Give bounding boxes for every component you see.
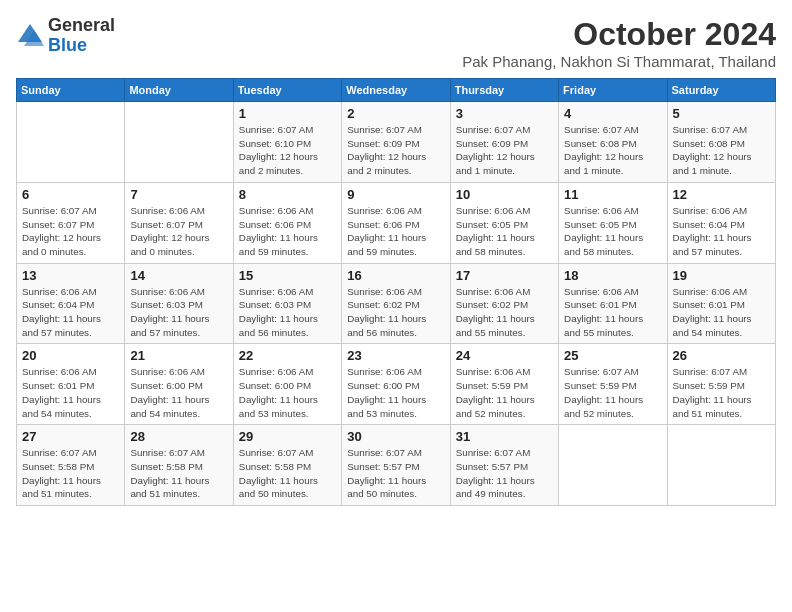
- day-number: 26: [673, 348, 770, 363]
- calendar-cell: [667, 425, 775, 506]
- weekday-header-saturday: Saturday: [667, 79, 775, 102]
- day-number: 3: [456, 106, 553, 121]
- day-detail: Sunrise: 6:07 AM Sunset: 5:57 PM Dayligh…: [456, 446, 553, 501]
- day-number: 5: [673, 106, 770, 121]
- weekday-header-wednesday: Wednesday: [342, 79, 450, 102]
- day-number: 9: [347, 187, 444, 202]
- weekday-header-row: SundayMondayTuesdayWednesdayThursdayFrid…: [17, 79, 776, 102]
- day-number: 16: [347, 268, 444, 283]
- day-number: 17: [456, 268, 553, 283]
- day-number: 12: [673, 187, 770, 202]
- calendar-cell: 26Sunrise: 6:07 AM Sunset: 5:59 PM Dayli…: [667, 344, 775, 425]
- calendar-cell: 4Sunrise: 6:07 AM Sunset: 6:08 PM Daylig…: [559, 102, 667, 183]
- calendar-cell: 11Sunrise: 6:06 AM Sunset: 6:05 PM Dayli…: [559, 182, 667, 263]
- day-detail: Sunrise: 6:06 AM Sunset: 6:03 PM Dayligh…: [239, 285, 336, 340]
- calendar-cell: 27Sunrise: 6:07 AM Sunset: 5:58 PM Dayli…: [17, 425, 125, 506]
- day-detail: Sunrise: 6:06 AM Sunset: 6:00 PM Dayligh…: [130, 365, 227, 420]
- day-number: 22: [239, 348, 336, 363]
- calendar-cell: 16Sunrise: 6:06 AM Sunset: 6:02 PM Dayli…: [342, 263, 450, 344]
- day-number: 21: [130, 348, 227, 363]
- calendar-cell: 6Sunrise: 6:07 AM Sunset: 6:07 PM Daylig…: [17, 182, 125, 263]
- calendar-week-4: 20Sunrise: 6:06 AM Sunset: 6:01 PM Dayli…: [17, 344, 776, 425]
- day-detail: Sunrise: 6:06 AM Sunset: 6:04 PM Dayligh…: [22, 285, 119, 340]
- day-number: 27: [22, 429, 119, 444]
- day-number: 19: [673, 268, 770, 283]
- calendar-cell: 20Sunrise: 6:06 AM Sunset: 6:01 PM Dayli…: [17, 344, 125, 425]
- day-detail: Sunrise: 6:07 AM Sunset: 6:09 PM Dayligh…: [456, 123, 553, 178]
- day-number: 8: [239, 187, 336, 202]
- day-number: 14: [130, 268, 227, 283]
- day-detail: Sunrise: 6:06 AM Sunset: 6:07 PM Dayligh…: [130, 204, 227, 259]
- day-detail: Sunrise: 6:06 AM Sunset: 6:01 PM Dayligh…: [564, 285, 661, 340]
- calendar-cell: 31Sunrise: 6:07 AM Sunset: 5:57 PM Dayli…: [450, 425, 558, 506]
- logo-blue: Blue: [48, 35, 87, 55]
- day-number: 2: [347, 106, 444, 121]
- calendar-week-5: 27Sunrise: 6:07 AM Sunset: 5:58 PM Dayli…: [17, 425, 776, 506]
- calendar-cell: 7Sunrise: 6:06 AM Sunset: 6:07 PM Daylig…: [125, 182, 233, 263]
- day-detail: Sunrise: 6:07 AM Sunset: 6:07 PM Dayligh…: [22, 204, 119, 259]
- calendar-table: SundayMondayTuesdayWednesdayThursdayFrid…: [16, 78, 776, 506]
- day-detail: Sunrise: 6:06 AM Sunset: 6:06 PM Dayligh…: [347, 204, 444, 259]
- day-number: 1: [239, 106, 336, 121]
- day-detail: Sunrise: 6:06 AM Sunset: 6:06 PM Dayligh…: [239, 204, 336, 259]
- page-header: General Blue October 2024 Pak Phanang, N…: [16, 16, 776, 70]
- day-detail: Sunrise: 6:06 AM Sunset: 6:05 PM Dayligh…: [564, 204, 661, 259]
- calendar-header: SundayMondayTuesdayWednesdayThursdayFrid…: [17, 79, 776, 102]
- calendar-cell: 18Sunrise: 6:06 AM Sunset: 6:01 PM Dayli…: [559, 263, 667, 344]
- calendar-cell: 22Sunrise: 6:06 AM Sunset: 6:00 PM Dayli…: [233, 344, 341, 425]
- logo: General Blue: [16, 16, 115, 56]
- calendar-cell: 25Sunrise: 6:07 AM Sunset: 5:59 PM Dayli…: [559, 344, 667, 425]
- calendar-cell: 21Sunrise: 6:06 AM Sunset: 6:00 PM Dayli…: [125, 344, 233, 425]
- calendar-week-2: 6Sunrise: 6:07 AM Sunset: 6:07 PM Daylig…: [17, 182, 776, 263]
- calendar-cell: 28Sunrise: 6:07 AM Sunset: 5:58 PM Dayli…: [125, 425, 233, 506]
- title-block: October 2024 Pak Phanang, Nakhon Si Tham…: [462, 16, 776, 70]
- main-title: October 2024: [462, 16, 776, 53]
- calendar-cell: 15Sunrise: 6:06 AM Sunset: 6:03 PM Dayli…: [233, 263, 341, 344]
- calendar-body: 1Sunrise: 6:07 AM Sunset: 6:10 PM Daylig…: [17, 102, 776, 506]
- day-number: 25: [564, 348, 661, 363]
- day-number: 4: [564, 106, 661, 121]
- calendar-cell: 24Sunrise: 6:06 AM Sunset: 5:59 PM Dayli…: [450, 344, 558, 425]
- day-detail: Sunrise: 6:06 AM Sunset: 6:05 PM Dayligh…: [456, 204, 553, 259]
- calendar-cell: 3Sunrise: 6:07 AM Sunset: 6:09 PM Daylig…: [450, 102, 558, 183]
- day-number: 15: [239, 268, 336, 283]
- calendar-cell: 1Sunrise: 6:07 AM Sunset: 6:10 PM Daylig…: [233, 102, 341, 183]
- day-number: 6: [22, 187, 119, 202]
- day-detail: Sunrise: 6:07 AM Sunset: 5:57 PM Dayligh…: [347, 446, 444, 501]
- weekday-header-friday: Friday: [559, 79, 667, 102]
- weekday-header-monday: Monday: [125, 79, 233, 102]
- day-detail: Sunrise: 6:07 AM Sunset: 5:59 PM Dayligh…: [673, 365, 770, 420]
- calendar-cell: 2Sunrise: 6:07 AM Sunset: 6:09 PM Daylig…: [342, 102, 450, 183]
- calendar-cell: 30Sunrise: 6:07 AM Sunset: 5:57 PM Dayli…: [342, 425, 450, 506]
- day-number: 18: [564, 268, 661, 283]
- day-detail: Sunrise: 6:07 AM Sunset: 6:10 PM Dayligh…: [239, 123, 336, 178]
- weekday-header-sunday: Sunday: [17, 79, 125, 102]
- logo-icon: [16, 22, 44, 50]
- day-detail: Sunrise: 6:06 AM Sunset: 6:02 PM Dayligh…: [456, 285, 553, 340]
- day-detail: Sunrise: 6:06 AM Sunset: 6:03 PM Dayligh…: [130, 285, 227, 340]
- day-detail: Sunrise: 6:06 AM Sunset: 6:01 PM Dayligh…: [22, 365, 119, 420]
- day-detail: Sunrise: 6:06 AM Sunset: 6:00 PM Dayligh…: [347, 365, 444, 420]
- day-number: 29: [239, 429, 336, 444]
- calendar-cell: 9Sunrise: 6:06 AM Sunset: 6:06 PM Daylig…: [342, 182, 450, 263]
- day-detail: Sunrise: 6:07 AM Sunset: 5:58 PM Dayligh…: [130, 446, 227, 501]
- calendar-cell: 29Sunrise: 6:07 AM Sunset: 5:58 PM Dayli…: [233, 425, 341, 506]
- logo-text: General Blue: [48, 16, 115, 56]
- calendar-cell: 13Sunrise: 6:06 AM Sunset: 6:04 PM Dayli…: [17, 263, 125, 344]
- calendar-cell: [559, 425, 667, 506]
- day-number: 30: [347, 429, 444, 444]
- day-detail: Sunrise: 6:06 AM Sunset: 6:02 PM Dayligh…: [347, 285, 444, 340]
- day-detail: Sunrise: 6:06 AM Sunset: 6:00 PM Dayligh…: [239, 365, 336, 420]
- day-number: 7: [130, 187, 227, 202]
- day-number: 10: [456, 187, 553, 202]
- calendar-cell: 17Sunrise: 6:06 AM Sunset: 6:02 PM Dayli…: [450, 263, 558, 344]
- day-detail: Sunrise: 6:06 AM Sunset: 6:04 PM Dayligh…: [673, 204, 770, 259]
- calendar-cell: 23Sunrise: 6:06 AM Sunset: 6:00 PM Dayli…: [342, 344, 450, 425]
- day-number: 24: [456, 348, 553, 363]
- calendar-cell: 8Sunrise: 6:06 AM Sunset: 6:06 PM Daylig…: [233, 182, 341, 263]
- calendar-cell: 10Sunrise: 6:06 AM Sunset: 6:05 PM Dayli…: [450, 182, 558, 263]
- day-number: 31: [456, 429, 553, 444]
- day-number: 11: [564, 187, 661, 202]
- calendar-cell: 12Sunrise: 6:06 AM Sunset: 6:04 PM Dayli…: [667, 182, 775, 263]
- calendar-cell: 19Sunrise: 6:06 AM Sunset: 6:01 PM Dayli…: [667, 263, 775, 344]
